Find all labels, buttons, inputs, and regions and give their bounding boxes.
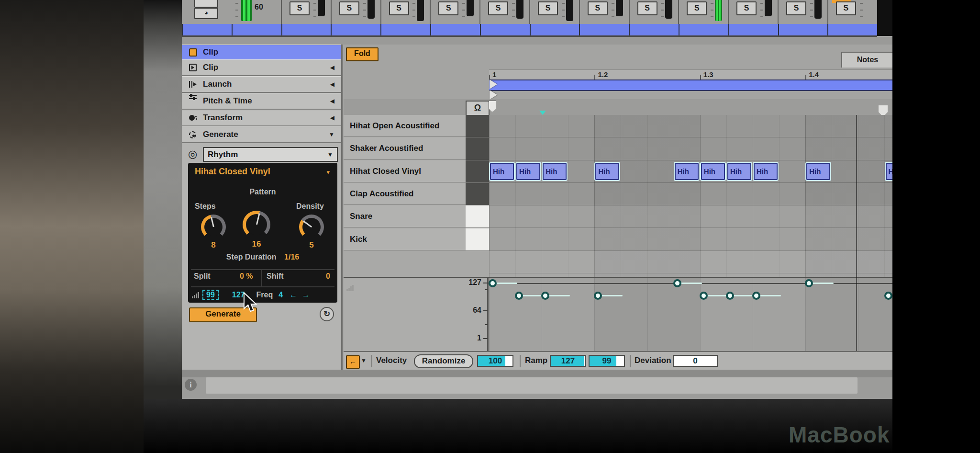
knob-steps[interactable] xyxy=(201,215,226,239)
shift-value[interactable]: 0 xyxy=(326,272,330,281)
velocity-marker[interactable] xyxy=(515,292,523,300)
piano-key-white[interactable] xyxy=(466,228,489,251)
solo-button[interactable]: S xyxy=(687,1,707,15)
midi-note[interactable]: Hih xyxy=(675,163,699,180)
next-arrow-icon[interactable]: → xyxy=(302,291,310,299)
beat-time-ruler[interactable]: 11.21.31.4 xyxy=(489,69,892,80)
chevron-left-icon[interactable]: ◀ xyxy=(330,114,334,121)
knob-value-density[interactable]: 5 xyxy=(294,240,329,250)
velocity-grid[interactable] xyxy=(489,278,892,352)
piano-key-dark[interactable] xyxy=(466,137,489,160)
chevron-left-icon[interactable]: ◀ xyxy=(330,81,334,88)
midi-note[interactable]: Hih xyxy=(806,163,830,180)
solo-button[interactable]: S xyxy=(786,1,806,15)
scrub-start-marker[interactable] xyxy=(490,90,497,100)
volume-fader[interactable] xyxy=(665,0,672,19)
info-icon[interactable]: i xyxy=(185,379,197,391)
volume-fader[interactable] xyxy=(516,0,523,19)
volume-fader[interactable] xyxy=(467,0,474,16)
preview-headphone-button[interactable]: Ω xyxy=(466,101,490,116)
knob-value-steps[interactable]: 8 xyxy=(196,240,231,250)
piano-key-dark[interactable] xyxy=(466,115,489,137)
velocity-marker[interactable] xyxy=(489,279,497,287)
ramp-from-field[interactable]: 127 xyxy=(550,355,586,367)
knob-density[interactable] xyxy=(299,215,324,239)
lane-fold-button[interactable]: ← xyxy=(346,355,360,369)
piano-key-dark[interactable] xyxy=(466,183,489,205)
lane-dropdown-icon[interactable]: ▼ xyxy=(361,357,367,364)
velocity-marker[interactable] xyxy=(752,292,760,300)
prev-arrow-icon[interactable]: ← xyxy=(290,291,297,299)
solo-button[interactable]: S xyxy=(389,1,409,15)
split-value[interactable]: 0 % xyxy=(240,272,253,281)
preset-circle-icon[interactable]: ◎ xyxy=(188,148,197,160)
seed-a-value[interactable]: 99 xyxy=(202,290,219,300)
freq-value[interactable]: 4 xyxy=(278,291,283,299)
tab-pitch-time[interactable]: Pitch & Time◀ xyxy=(182,93,341,110)
midi-note[interactable]: Hih xyxy=(701,163,725,180)
level-meter-green[interactable] xyxy=(715,0,722,21)
volume-fader[interactable] xyxy=(616,0,623,16)
velocity-marker[interactable] xyxy=(673,279,681,287)
velocity-marker[interactable] xyxy=(541,292,549,300)
track-row-name[interactable]: Hihat Closed Vinyl xyxy=(344,160,466,182)
chevron-down-icon[interactable]: ▼ xyxy=(329,131,334,138)
step-duration-value[interactable]: 1/16 xyxy=(284,253,299,261)
refresh-icon[interactable]: ↻ xyxy=(320,307,334,321)
track-row-name[interactable]: Shaker Acoustified xyxy=(344,137,466,159)
track-row-name[interactable]: Clap Acoustified xyxy=(344,183,466,205)
target-track-label[interactable]: Hihat Closed Vinyl xyxy=(195,167,270,177)
piano-key-white[interactable] xyxy=(466,205,489,228)
randomize-button[interactable]: Randomize xyxy=(414,354,473,368)
tab-notes[interactable]: Notes xyxy=(841,52,894,68)
solo-button[interactable]: S xyxy=(736,1,757,15)
midi-note[interactable]: Hih xyxy=(595,163,619,180)
solo-button[interactable]: S xyxy=(836,1,856,15)
midi-note[interactable]: Hih xyxy=(754,163,778,180)
volume-fader[interactable] xyxy=(765,0,772,16)
midi-note[interactable]: Hih xyxy=(516,163,540,180)
track-scroll-band[interactable] xyxy=(182,24,877,37)
mixer-button[interactable] xyxy=(194,0,218,8)
solo-button[interactable]: S xyxy=(339,1,359,15)
chevron-left-icon[interactable]: ◀ xyxy=(330,64,334,71)
tab-generate[interactable]: Generate▼ xyxy=(182,126,341,143)
track-row-name[interactable]: Hihat Open Acoustified xyxy=(344,115,466,137)
volume-fader[interactable] xyxy=(566,0,573,21)
piano-key-dark[interactable] xyxy=(466,160,489,183)
track-row-name[interactable]: Kick xyxy=(344,228,466,250)
tab-transform[interactable]: Transform◀ xyxy=(182,110,341,126)
midi-note[interactable]: Hih xyxy=(543,163,567,180)
randomize-amount-field[interactable]: 100 xyxy=(477,355,513,367)
solo-button[interactable]: S xyxy=(290,1,310,15)
velocity-marker[interactable] xyxy=(700,292,708,300)
chevron-left-icon[interactable]: ◀ xyxy=(330,98,334,104)
midi-note[interactable]: Hih xyxy=(490,163,514,180)
volume-fader[interactable] xyxy=(368,0,375,19)
solo-button[interactable]: S xyxy=(588,1,608,15)
tab-launch[interactable]: Launch◀ xyxy=(182,76,341,93)
velocity-lane[interactable]: 127641 xyxy=(344,277,892,352)
volume-fader[interactable] xyxy=(814,0,822,19)
volume-fader[interactable] xyxy=(318,0,325,16)
fold-button[interactable]: Fold xyxy=(346,47,379,61)
solo-button[interactable]: S xyxy=(637,1,657,15)
clip-start-marker[interactable] xyxy=(490,79,497,89)
track-row-name[interactable]: Snare xyxy=(344,205,466,227)
velocity-marker[interactable] xyxy=(726,292,734,300)
tab-clip[interactable]: Clip◀ xyxy=(182,59,341,76)
ramp-to-field[interactable]: 99 xyxy=(589,355,625,367)
volume-fader[interactable] xyxy=(417,0,424,21)
solo-button[interactable]: S xyxy=(438,1,458,15)
velocity-marker[interactable] xyxy=(884,292,892,300)
chevron-down-icon[interactable]: ▾ xyxy=(326,169,330,176)
draw-mode-button[interactable]: ◕ xyxy=(194,8,218,19)
knob-pattern[interactable] xyxy=(243,211,270,238)
solo-button[interactable]: S xyxy=(488,1,508,15)
deviation-field[interactable]: 0 xyxy=(673,355,718,367)
solo-button[interactable]: S xyxy=(538,1,558,15)
midi-note[interactable]: Hih xyxy=(727,163,751,180)
preset-dropdown[interactable]: Rhythm ▼ xyxy=(203,147,338,162)
tab-clip-selected[interactable]: Clip xyxy=(182,45,341,60)
knob-value-pattern[interactable]: 16 xyxy=(238,239,275,249)
